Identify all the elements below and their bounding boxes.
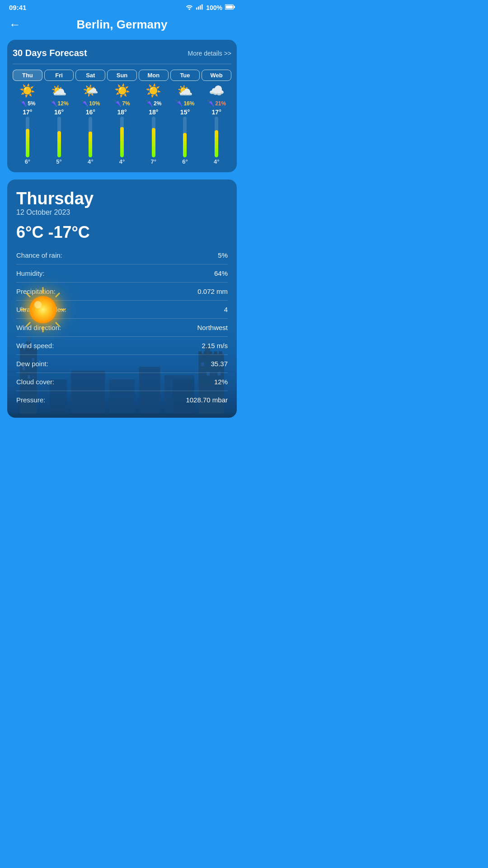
temp-bar-fill-tue [183,133,187,157]
rain-drop-icon: 🌂 [81,100,88,107]
rain-pct-tue: 16% [183,100,194,107]
temp-bar-tue [183,117,187,157]
day-col-tue[interactable]: Tue⛅🌂16%15°6° [170,70,200,165]
stat-label-6: Dew point: [16,360,48,368]
back-button[interactable]: ← [9,18,21,32]
rain-chance-mon: 🌂2% [145,100,161,107]
svg-point-56 [29,296,56,323]
detail-day-name: Thursday [16,189,228,208]
day-label-mon: Mon [139,70,169,81]
weather-icon-sun: ☀️ [114,85,130,97]
day-label-tue: Tue [170,70,200,81]
stat-label-8: Pressure: [16,396,45,404]
stat-value-0: 5% [218,251,228,259]
stat-label-7: Cloud cover: [16,378,54,386]
temp-section-mon: 18°7° [139,108,169,165]
temp-low-fri: 5° [56,158,61,165]
stat-value-7: 12% [214,378,228,386]
day-col-web[interactable]: Web☁️🌂21%17°4° [202,70,231,165]
status-time: 09:41 [9,4,26,11]
weather-icon-tue: ⛅ [177,85,193,97]
temp-high-sun: 18° [117,108,127,116]
day-label-sat: Sat [75,70,105,81]
status-icons: 100% [185,4,235,11]
temp-bar-fill-mon [152,128,155,157]
stat-row-0: Chance of rain:5% [16,246,228,264]
day-col-sat[interactable]: Sat🌤️🌂10%16°4° [75,70,105,165]
header: ← Berlin, Germany [0,13,244,40]
temp-low-mon: 7° [151,158,156,165]
detail-date: 12 October 2023 [16,208,228,217]
stat-label-1: Humidity: [16,269,45,277]
rain-pct-thu: 5% [28,100,35,107]
svg-rect-3 [202,4,202,9]
svg-point-57 [34,301,42,308]
signal-icon [196,4,203,11]
temp-bar-fill-thu [26,129,29,157]
temp-section-sat: 16°4° [75,108,105,165]
rain-chance-thu: 🌂5% [19,100,35,107]
weather-icon-sat: 🌤️ [83,85,99,97]
temp-bar-fill-web [215,130,218,157]
rain-chance-sun: 🌂7% [114,100,130,107]
temp-bar-fill-fri [57,131,61,158]
battery-pct: 100% [206,4,222,11]
rain-drop-icon: 🌂 [145,100,153,107]
rain-pct-sat: 10% [89,100,100,107]
stat-value-4: Northwest [197,324,228,331]
temp-high-mon: 18° [149,108,158,116]
temp-high-sat: 16° [86,108,95,116]
temp-bar-fri [57,117,61,157]
day-col-fri[interactable]: Fri⛅🌂12%16°5° [44,70,74,165]
temp-low-thu: 6° [25,158,30,165]
day-label-sun: Sun [107,70,137,81]
more-details-link[interactable]: More details >> [188,50,232,57]
svg-rect-1 [198,6,199,9]
forecast-header: 30 Days Forecast More details >> [13,48,231,58]
page-title: Berlin, Germany [77,18,168,32]
stat-row-7: Cloud cover:12% [16,373,228,391]
temp-section-web: 17°4° [202,108,231,165]
day-label-fri: Fri [44,70,74,81]
temp-section-sun: 18°4° [107,108,137,165]
stat-row-8: Pressure:1028.70 mbar [16,391,228,409]
temp-low-sun: 4° [119,158,125,165]
stat-row-6: Dew point:35.37 [16,355,228,373]
svg-rect-2 [200,5,201,10]
day-label-web: Web [202,70,231,81]
rain-drop-icon: 🌂 [50,100,57,107]
weather-icon-thu: ☀️ [19,85,35,97]
rain-pct-web: 21% [215,100,226,107]
svg-rect-6 [234,5,235,8]
day-col-mon[interactable]: Mon☀️🌂2%18°7° [139,70,169,165]
temp-high-thu: 17° [23,108,32,116]
wifi-icon [185,4,193,11]
weather-icon-mon: ☀️ [145,85,161,97]
temp-high-tue: 15° [180,108,190,116]
rain-pct-mon: 2% [154,100,161,107]
weather-icon-web: ☁️ [209,85,225,97]
temp-bar-fill-sun [120,127,124,158]
forecast-divider [13,64,231,64]
stat-label-5: Wind speed: [16,342,54,349]
days-row: Thu☀️🌂5%17°6°Fri⛅🌂12%16°5°Sat🌤️🌂10%16°4°… [13,70,231,165]
stat-row-1: Humidity:64% [16,264,228,283]
stat-value-5: 2.15 m/s [202,342,228,349]
stat-value-6: 35.37 [211,360,228,368]
weather-icon-fri: ⛅ [51,85,67,97]
rain-drop-icon: 🌂 [114,100,121,107]
forecast-title: 30 Days Forecast [13,48,87,58]
stat-value-3: 4 [224,306,228,313]
forecast-card: 30 Days Forecast More details >> Thu☀️🌂5… [7,40,237,172]
temp-low-web: 4° [214,158,219,165]
day-col-thu[interactable]: Thu☀️🌂5%17°6° [13,70,42,165]
temp-section-tue: 15°6° [170,108,200,165]
temp-bar-sun [120,117,124,157]
svg-rect-0 [196,8,197,10]
rain-chance-sat: 🌂10% [81,100,100,107]
day-col-sun[interactable]: Sun☀️🌂7%18°4° [107,70,137,165]
temp-section-thu: 17°6° [13,108,42,165]
temp-bar-web [215,117,218,157]
rain-chance-fri: 🌂12% [50,100,69,107]
rain-pct-sun: 7% [122,100,130,107]
